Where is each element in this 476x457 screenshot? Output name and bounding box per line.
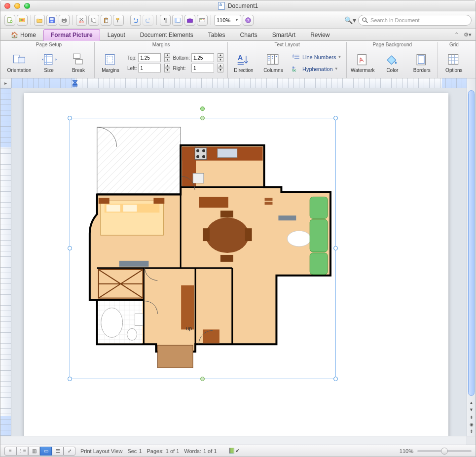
svg-rect-46	[73, 85, 77, 86]
margin-right-input[interactable]	[191, 64, 214, 72]
view-fullscreen[interactable]: ⤢	[64, 447, 75, 456]
grid-options-button[interactable]: Options	[441, 50, 467, 76]
copy-button[interactable]	[88, 15, 99, 26]
browse-object-button[interactable]: ◉	[468, 421, 475, 428]
print-button[interactable]	[59, 15, 70, 26]
scroll-up-button[interactable]: ▲	[468, 399, 475, 406]
save-button[interactable]	[46, 15, 57, 26]
svg-point-12	[82, 21, 84, 23]
ribbon-collapse-button[interactable]: ⌃	[454, 32, 459, 38]
zoom-slider-knob[interactable]	[441, 448, 448, 455]
svg-rect-72	[203, 329, 220, 343]
svg-text:2: 2	[293, 56, 294, 59]
undo-button[interactable]	[130, 15, 141, 26]
close-window-button[interactable]	[4, 3, 10, 9]
minimize-window-button[interactable]	[14, 3, 20, 9]
vertical-scrollbar[interactable]: ▲ ▼ ⇞ ◉ ⇟	[467, 78, 476, 436]
view-publishing[interactable]: ▥	[28, 447, 40, 456]
open-button[interactable]	[34, 15, 45, 26]
view-print-layout[interactable]: ▭	[40, 447, 52, 456]
new-doc-button[interactable]	[4, 15, 15, 26]
margin-left-input[interactable]	[138, 64, 161, 72]
margin-bottom-stepper[interactable]: ▲▼	[218, 53, 223, 62]
spellcheck-button[interactable]: 📗✔	[228, 448, 240, 454]
search-field[interactable]: Search in Document	[358, 15, 472, 26]
next-page-button[interactable]: ⇟	[468, 428, 475, 435]
columns-icon	[265, 53, 281, 67]
svg-rect-36	[267, 55, 278, 65]
svg-rect-21	[188, 18, 191, 19]
rotation-handle[interactable]	[200, 106, 205, 111]
margin-top-input[interactable]	[138, 53, 161, 62]
left-indent-marker[interactable]	[73, 82, 77, 88]
direction-button[interactable]: A Direction	[231, 50, 256, 76]
tab-format-picture[interactable]: Format Picture	[43, 29, 100, 41]
ruler-corner[interactable]: ▸	[0, 78, 11, 88]
standard-toolbar: ¶ 110% ▼ ? 🔍▾ Search in Document	[0, 11, 476, 29]
format-painter-button[interactable]	[113, 15, 124, 26]
search-scope-button[interactable]: 🔍▾	[344, 16, 356, 24]
view-outline[interactable]: ⋮≡	[16, 447, 28, 456]
svg-point-27	[363, 18, 366, 21]
svg-rect-57	[218, 149, 237, 158]
svg-rect-10	[63, 21, 65, 22]
svg-rect-71	[181, 285, 194, 330]
svg-rect-58	[193, 174, 204, 183]
ribbon-settings-button[interactable]: ⚙▾	[464, 32, 472, 38]
zoom-readout[interactable]: 110%	[400, 448, 413, 454]
help-button[interactable]: ?	[243, 15, 254, 26]
page-color-button[interactable]: Color	[379, 50, 405, 76]
chevron-down-icon: ▼	[235, 18, 239, 22]
tab-document-elements[interactable]: Document Elements	[133, 29, 201, 40]
tab-tables[interactable]: Tables	[201, 29, 233, 40]
break-button[interactable]: Break	[66, 50, 91, 76]
margin-left-stepper[interactable]: ▲▼	[164, 64, 170, 72]
vertical-scroll-thumb[interactable]	[468, 90, 475, 396]
zoom-slider[interactable]	[417, 450, 472, 452]
template-button[interactable]	[17, 15, 28, 26]
svg-rect-31	[73, 54, 80, 59]
zoom-window-button[interactable]	[24, 3, 30, 9]
size-button[interactable]: Size	[36, 50, 62, 76]
paste-button[interactable]	[101, 15, 111, 26]
view-notebook[interactable]: ☰	[52, 447, 64, 456]
show-paragraph-button[interactable]: ¶	[160, 15, 171, 26]
tab-review[interactable]: Review	[303, 29, 337, 40]
picture-selection[interactable]: up	[70, 118, 336, 379]
scroll-down-button[interactable]: ▼	[468, 406, 475, 413]
columns-button[interactable]: Columns	[260, 50, 286, 76]
zoom-combo[interactable]: 110% ▼	[214, 15, 241, 26]
svg-rect-29	[18, 57, 25, 63]
hyphenation-button[interactable]: a-bc Hyphenation▼	[290, 64, 343, 74]
margins-button[interactable]: Margins	[98, 50, 123, 76]
status-words[interactable]: Words: 1 of 1	[184, 448, 217, 454]
margin-top-stepper[interactable]: ▲▼	[164, 53, 170, 62]
sidebar-button[interactable]	[172, 15, 183, 26]
previous-page-button[interactable]: ⇞	[468, 414, 475, 421]
vertical-ruler[interactable]	[0, 88, 11, 436]
toolbox-button[interactable]	[184, 15, 195, 26]
horizontal-ruler[interactable]	[11, 78, 467, 88]
tab-layout[interactable]: Layout	[100, 29, 133, 40]
svg-rect-9	[63, 18, 65, 19]
redo-button[interactable]	[143, 15, 153, 26]
orientation-icon	[11, 53, 27, 67]
view-draft[interactable]: ≡	[4, 447, 16, 456]
document-area[interactable]: up	[11, 88, 467, 436]
line-numbers-button[interactable]: 12 Line Numbers▼	[290, 52, 343, 62]
tab-smartart[interactable]: SmartArt	[265, 29, 303, 40]
borders-button[interactable]: Borders	[409, 50, 435, 76]
margin-bottom-input[interactable]	[191, 53, 214, 62]
watermark-button[interactable]: A Watermark	[350, 50, 375, 76]
svg-rect-20	[187, 19, 193, 22]
gallery-button[interactable]	[197, 15, 208, 26]
svg-text:bc: bc	[293, 68, 296, 71]
cut-button[interactable]	[76, 15, 87, 26]
tab-home[interactable]: 🏠 Home	[3, 29, 43, 40]
margin-right-stepper[interactable]: ▲▼	[218, 64, 223, 72]
group-page-setup: Page Setup Orientation Size Break	[3, 42, 95, 78]
orientation-button[interactable]: Orientation	[6, 50, 32, 76]
horizontal-scrollbar[interactable]	[0, 436, 467, 445]
tab-charts[interactable]: Charts	[232, 29, 264, 40]
floorplan-picture: up	[70, 118, 335, 379]
